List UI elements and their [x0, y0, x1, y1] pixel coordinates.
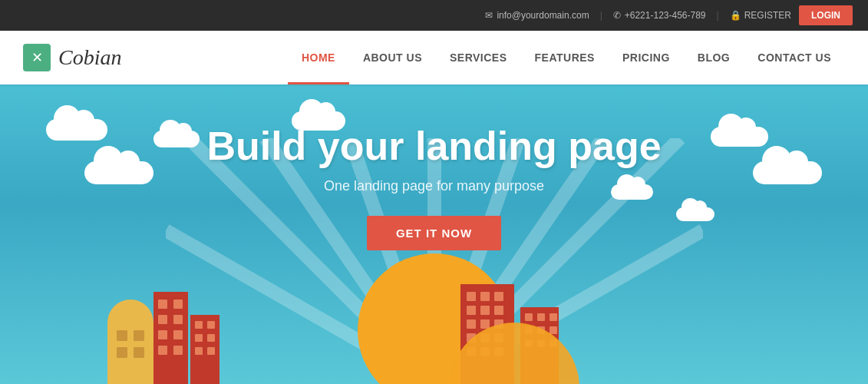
- cloud-6: [711, 127, 768, 147]
- svg-rect-19: [158, 315, 167, 324]
- svg-rect-22: [173, 330, 183, 339]
- nav-link-about[interactable]: ABOUT US: [349, 31, 436, 84]
- hero-section: Build your landing page One landing page…: [0, 84, 868, 384]
- main-nav: ✕ Cobian HOME ABOUT US SERVICES FEATURES…: [0, 31, 868, 84]
- email-address: info@yourdomain.com: [497, 10, 589, 21]
- svg-rect-50: [550, 313, 557, 321]
- svg-rect-21: [158, 330, 167, 339]
- svg-rect-32: [467, 292, 476, 301]
- svg-rect-17: [158, 300, 167, 309]
- nav-link-blog[interactable]: BLOG: [684, 31, 744, 84]
- hero-subtitle: One landing page for many purpose: [324, 178, 544, 194]
- nav-link-features[interactable]: FEATURES: [521, 31, 609, 84]
- svg-rect-53: [550, 326, 557, 334]
- svg-rect-24: [173, 346, 183, 355]
- svg-rect-13: [117, 347, 127, 358]
- svg-rect-48: [525, 313, 533, 321]
- cloud-1: [46, 119, 107, 141]
- svg-rect-20: [173, 315, 183, 324]
- svg-rect-33: [480, 292, 490, 301]
- nav-links: HOME ABOUT US SERVICES FEATURES PRICING …: [288, 31, 845, 84]
- lock-icon: 🔒: [730, 10, 741, 21]
- separator-1: |: [600, 10, 602, 21]
- phone-icon: ✆: [613, 10, 621, 21]
- svg-rect-37: [494, 306, 503, 315]
- svg-rect-14: [134, 347, 144, 358]
- cloud-3: [84, 161, 153, 184]
- separator-2: |: [717, 10, 719, 21]
- phone-number: +6221-123-456-789: [625, 10, 706, 21]
- svg-rect-28: [207, 334, 215, 342]
- logo-text: Cobian: [58, 45, 121, 70]
- email-item: ✉ info@yourdomain.com: [485, 10, 589, 21]
- svg-rect-35: [467, 306, 476, 315]
- nav-link-pricing[interactable]: PRICING: [609, 31, 684, 84]
- svg-rect-26: [207, 321, 215, 329]
- svg-rect-27: [195, 334, 203, 342]
- svg-rect-12: [134, 330, 144, 341]
- phone-item: ✆ +6221-123-456-789: [613, 10, 706, 21]
- nav-link-services[interactable]: SERVICES: [436, 31, 521, 84]
- svg-rect-30: [207, 347, 215, 355]
- svg-rect-18: [173, 300, 183, 309]
- logo-icon: ✕: [23, 44, 51, 71]
- logo-area: ✕ Cobian: [23, 44, 121, 71]
- svg-rect-49: [537, 313, 545, 321]
- svg-rect-38: [467, 319, 476, 329]
- svg-rect-29: [195, 347, 203, 355]
- cloud-7: [753, 161, 822, 184]
- register-label: REGISTER: [744, 10, 791, 21]
- top-bar: ✉ info@yourdomain.com | ✆ +6221-123-456-…: [0, 0, 868, 31]
- register-link[interactable]: 🔒 REGISTER: [730, 10, 791, 21]
- login-button[interactable]: LOGIN: [799, 5, 853, 25]
- hero-title: Build your landing page: [206, 123, 661, 169]
- svg-rect-16: [190, 315, 219, 384]
- cta-button[interactable]: GET IT NOW: [367, 216, 501, 250]
- svg-rect-39: [480, 319, 490, 329]
- svg-rect-10: [107, 323, 153, 384]
- nav-link-contact[interactable]: CONTACT US: [744, 31, 845, 84]
- svg-rect-36: [480, 306, 490, 315]
- svg-rect-11: [117, 330, 127, 341]
- email-icon: ✉: [485, 10, 493, 21]
- svg-rect-25: [195, 321, 203, 329]
- svg-rect-34: [494, 292, 503, 301]
- nav-link-home[interactable]: HOME: [288, 31, 349, 84]
- buildings: [0, 276, 868, 384]
- svg-rect-23: [158, 346, 167, 355]
